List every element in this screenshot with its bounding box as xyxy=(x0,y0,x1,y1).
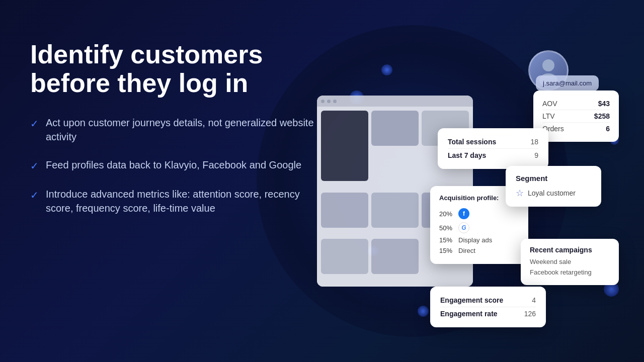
sessions-total-label: Total sessions xyxy=(448,138,496,146)
display-percent: 15% xyxy=(439,236,454,244)
sessions-card: Total sessions 18 Last 7 days 9 xyxy=(438,128,548,169)
star-icon: ☆ xyxy=(516,188,524,199)
sessions-7days-row: Last 7 days 9 xyxy=(448,149,538,162)
aov-label: AOV xyxy=(542,100,557,108)
engagement-card: Engagement score 4 Engagement rate 126 xyxy=(430,287,546,327)
svg-point-0 xyxy=(542,59,554,71)
orders-value: 6 xyxy=(606,125,610,133)
facebook-icon: f xyxy=(458,208,469,219)
stats-row-ltv: LTV $258 xyxy=(542,110,610,123)
bullet-text-2: Feed profiles data back to Klavyio, Face… xyxy=(46,158,301,172)
segment-card: Segment ☆ Loyal customer xyxy=(506,166,601,207)
browser-bar xyxy=(317,96,473,107)
campaigns-title: Recent campaigns xyxy=(530,246,610,254)
feature-list: ✓ Act upon customer journeys details, no… xyxy=(30,116,322,215)
check-icon-1: ✓ xyxy=(30,117,39,131)
check-icon-2: ✓ xyxy=(30,159,39,173)
acquisition-direct-row: 15% Direct xyxy=(439,245,519,256)
sessions-7days-value: 9 xyxy=(534,151,538,159)
right-panels-area: j.sara@mail.com AOV $43 LTV $258 Orders … xyxy=(307,30,629,332)
direct-percent: 15% xyxy=(439,247,454,254)
bullet-item-2: ✓ Feed profiles data back to Klavyio, Fa… xyxy=(30,158,322,173)
sessions-total-row: Total sessions 18 xyxy=(448,135,538,149)
acquisition-display-row: 15% Display ads xyxy=(439,235,519,245)
campaign-item-1: Weekend sale xyxy=(530,257,610,267)
orb-1 xyxy=(381,64,392,75)
acquisition-google-row: 50% G xyxy=(439,221,519,235)
stats-row-orders: Orders 6 xyxy=(542,123,610,135)
facebook-percent: 20% xyxy=(439,210,454,218)
orb-6 xyxy=(418,306,429,317)
aov-value: $43 xyxy=(598,100,610,108)
headline-line1: Identify customers xyxy=(30,40,263,69)
ltv-label: LTV xyxy=(542,112,555,120)
engagement-score-value: 4 xyxy=(532,296,536,304)
bullet-item-3: ✓ Introduce advanced metrics like: atten… xyxy=(30,187,322,215)
campaign-item-2: Facebook retargeting xyxy=(530,267,610,278)
engagement-score-row: Engagement score 4 xyxy=(440,294,536,307)
display-label: Display ads xyxy=(458,236,492,244)
bullet-text-3: Introduce advanced metrics like: attenti… xyxy=(46,187,322,215)
user-email-card: j.sara@mail.com xyxy=(536,75,599,91)
browser-dot-2 xyxy=(327,100,331,103)
stats-row-aov: AOV $43 xyxy=(542,98,610,110)
engagement-rate-label: Engagement rate xyxy=(440,310,498,318)
main-headline: Identify customers before they log in xyxy=(30,40,322,98)
product-thumb-3 xyxy=(321,193,368,228)
product-thumb-hoodie xyxy=(321,111,368,181)
bullet-text-1: Act upon customer journeys details, not … xyxy=(46,116,322,144)
product-thumb-4 xyxy=(371,193,419,228)
check-icon-3: ✓ xyxy=(30,188,39,202)
sessions-total-value: 18 xyxy=(530,138,538,146)
browser-dot-1 xyxy=(321,100,325,103)
product-thumb-1 xyxy=(371,111,419,146)
user-email: j.sara@mail.com xyxy=(543,79,592,87)
direct-label: Direct xyxy=(458,247,475,254)
bullet-item-1: ✓ Act upon customer journeys details, no… xyxy=(30,116,322,144)
sessions-7days-label: Last 7 days xyxy=(448,151,486,159)
engagement-rate-value: 126 xyxy=(524,310,536,318)
segment-value: Loyal customer xyxy=(528,189,576,197)
engagement-score-label: Engagement score xyxy=(440,296,503,304)
google-icon: G xyxy=(458,222,469,233)
browser-dot-3 xyxy=(333,100,337,103)
segment-title: Segment xyxy=(516,174,591,183)
campaigns-card: Recent campaigns Weekend sale Facebook r… xyxy=(521,239,619,285)
product-thumb-7 xyxy=(371,239,419,274)
headline-line2: before they log in xyxy=(30,68,248,98)
google-percent: 50% xyxy=(439,224,454,232)
segment-content: ☆ Loyal customer xyxy=(516,188,591,199)
left-content-area: Identify customers before they log in ✓ … xyxy=(30,40,322,215)
acquisition-facebook-row: 20% f xyxy=(439,207,519,221)
product-thumb-6 xyxy=(321,239,368,274)
ltv-value: $258 xyxy=(594,112,610,120)
engagement-rate-row: Engagement rate 126 xyxy=(440,307,536,320)
